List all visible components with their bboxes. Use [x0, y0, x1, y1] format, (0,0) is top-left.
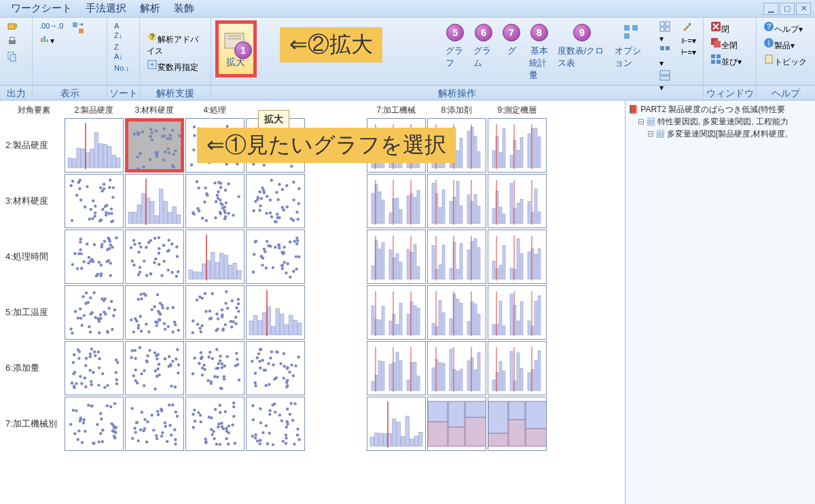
matrix-cell[interactable]	[125, 230, 184, 284]
matrix-cell[interactable]	[488, 341, 547, 395]
svg-rect-723	[528, 321, 530, 335]
matrix-cell[interactable]	[185, 341, 244, 395]
topic-button[interactable]: トピック	[761, 53, 810, 69]
width-icon[interactable]: ⊩=▾	[678, 35, 699, 46]
matrix-cell[interactable]	[488, 397, 547, 451]
freq-cross-button[interactable]: 9 度数表/クロス表	[555, 20, 609, 71]
matrix-cell[interactable]	[125, 174, 184, 228]
col-header: 7:加工機械	[366, 103, 427, 118]
matrix-cell[interactable]	[185, 397, 244, 451]
svg-point-335	[297, 202, 300, 205]
sort-az-icon[interactable]: AZ↓	[111, 20, 125, 41]
svg-point-296	[213, 181, 216, 184]
matrix-cell[interactable]	[185, 285, 244, 340]
close-all-button[interactable]: 全閉	[708, 37, 740, 52]
brush-icon[interactable]	[678, 20, 699, 35]
basic-stats-button[interactable]: 8 基本統計量	[526, 20, 552, 83]
matrix-cell[interactable]	[427, 174, 486, 228]
matrix-cell[interactable]	[65, 397, 124, 451]
print-icon[interactable]	[4, 35, 20, 50]
svg-rect-706	[460, 303, 463, 335]
help-button[interactable]: ?ヘルプ▾	[761, 20, 805, 36]
chart-type-icon[interactable]: ▾	[37, 32, 66, 46]
matrix-cell[interactable]	[185, 174, 244, 228]
arrange-button[interactable]: 並び▾	[708, 53, 744, 69]
matrix-cell[interactable]	[246, 230, 305, 284]
matrix-cell[interactable]	[427, 397, 486, 451]
grid-small-2[interactable]: ▾	[657, 45, 673, 69]
matrix-cell[interactable]	[65, 230, 124, 284]
zoom-button[interactable]: 1 拡大	[215, 20, 257, 77]
decimal-increase-icon[interactable]: .00→.0	[37, 20, 66, 31]
close-window-button[interactable]: 閉	[708, 20, 732, 36]
svg-rect-1093	[448, 427, 465, 446]
matrix-cell[interactable]	[488, 230, 547, 284]
tree-child-1[interactable]: ⊟ ▦ 特性要因図, 多変量連関図, 工程能力	[628, 115, 812, 128]
product-button[interactable]: i製品▾	[761, 37, 797, 52]
group-label-window: ウィンドウ	[704, 86, 757, 100]
height-icon[interactable]: ⊢=▾	[678, 47, 699, 58]
matrix-cell[interactable]	[488, 174, 547, 228]
swap-icon[interactable]	[69, 20, 88, 37]
svg-point-500	[281, 264, 284, 266]
svg-point-1018	[212, 430, 215, 433]
close-button[interactable]: ✕	[796, 3, 811, 15]
output-icon-1[interactable]	[4, 20, 20, 35]
matrix-cell[interactable]	[125, 341, 184, 395]
maximize-button[interactable]: ▢	[780, 3, 795, 15]
svg-point-663	[215, 312, 218, 315]
svg-point-858	[272, 363, 274, 366]
svg-point-664	[221, 315, 223, 318]
matrix-cell[interactable]	[246, 174, 305, 228]
svg-rect-523	[414, 245, 416, 279]
matrix-cell[interactable]	[125, 397, 184, 451]
matrix-cell[interactable]	[367, 285, 426, 340]
matrix-cell[interactable]	[367, 174, 426, 228]
copy-icon[interactable]	[4, 50, 20, 65]
col-header: 2:製品硬度	[64, 103, 124, 118]
svg-point-577	[96, 318, 99, 321]
matrix-cell[interactable]	[488, 285, 547, 340]
tree-root[interactable]: 📕 PART2 製品硬度のばらつき低減(特性要	[628, 103, 812, 115]
matrix-cell[interactable]	[125, 285, 184, 340]
grid-small-1[interactable]: ▾	[657, 20, 673, 44]
matrix-cell[interactable]	[246, 341, 305, 395]
analysis-advice-button[interactable]: ?解析アドバイス	[144, 31, 206, 58]
matrix-cell[interactable]	[65, 285, 124, 340]
matrix-cell[interactable]	[65, 118, 124, 173]
matrix-cell[interactable]	[65, 341, 124, 395]
var-respecify-button[interactable]: 変数再指定	[144, 58, 201, 74]
gu-button[interactable]: 7 グ	[499, 20, 524, 58]
menu-decoration[interactable]: 装飾	[167, 0, 201, 18]
menu-worksheet[interactable]: ワークシート	[4, 0, 79, 18]
matrix-cell[interactable]	[367, 230, 426, 284]
graph-button[interactable]: 5 グラフ	[443, 20, 469, 71]
matrix-cell[interactable]	[185, 230, 244, 284]
svg-point-431	[163, 259, 166, 262]
svg-point-868	[267, 362, 270, 365]
svg-point-454	[166, 268, 169, 271]
svg-point-1032	[204, 437, 206, 440]
menu-method-select[interactable]: 手法選択	[79, 0, 133, 18]
menu-analysis[interactable]: 解析	[133, 0, 167, 18]
matrix-cell[interactable]	[367, 341, 426, 395]
matrix-cell[interactable]	[488, 118, 547, 173]
svg-point-984	[133, 427, 136, 429]
matrix-cell[interactable]	[246, 285, 305, 340]
tree-child-2[interactable]: ⊟ ▦ 多変量連関図[製品硬度,材料硬度,	[628, 128, 812, 140]
sort-za-icon[interactable]: ZA↓	[111, 41, 126, 62]
svg-point-573	[98, 331, 101, 334]
matrix-cell[interactable]	[427, 285, 486, 340]
svg-rect-202	[510, 156, 513, 168]
sort-num-icon[interactable]: No.↓	[111, 62, 132, 73]
matrix-cell[interactable]	[367, 397, 426, 451]
option-button[interactable]: オプション	[612, 20, 651, 71]
matrix-cell[interactable]	[246, 397, 305, 451]
minimize-button[interactable]: ▁	[763, 3, 778, 15]
matrix-cell[interactable]	[125, 118, 184, 173]
matrix-cell[interactable]	[427, 230, 486, 284]
gram-button[interactable]: 6 グラム	[471, 20, 496, 71]
svg-rect-880	[372, 381, 374, 391]
matrix-cell[interactable]	[427, 341, 486, 395]
matrix-cell[interactable]	[65, 174, 124, 228]
